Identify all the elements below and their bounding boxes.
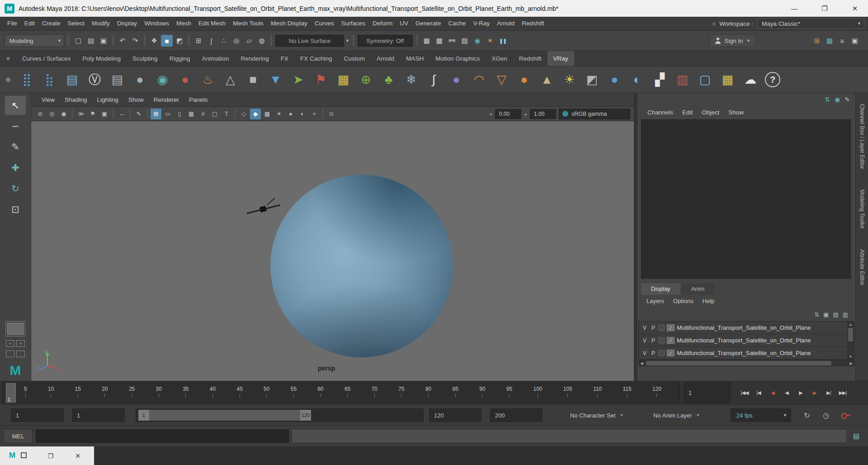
- create-empty-layer-icon[interactable]: ▤: [833, 311, 838, 318]
- gamma-icon[interactable]: ◒: [524, 111, 527, 117]
- shelf-tab[interactable]: Poly Modeling: [76, 51, 127, 66]
- select-by-hierarchy-icon[interactable]: ❖: [148, 35, 160, 47]
- layer-row[interactable]: V P ∕ Multifunctional_Transport_Satellit…: [639, 334, 854, 347]
- pause-icon[interactable]: ❚❚: [497, 35, 509, 47]
- grid-toggle-icon[interactable]: ⊞: [151, 109, 161, 119]
- cone-light-icon[interactable]: ▲: [536, 69, 557, 90]
- menu-item[interactable]: Surfaces: [338, 17, 369, 30]
- auto-keyframe-icon[interactable]: [839, 408, 853, 422]
- color-management-dropdown[interactable]: sRGB gamma: [559, 109, 630, 119]
- render-setup-icon[interactable]: ◉: [472, 35, 483, 47]
- layer-editor-menu-item[interactable]: Help: [698, 295, 719, 308]
- physical-camera-icon[interactable]: ◉: [152, 69, 173, 90]
- layer-color-swatch[interactable]: ∕: [667, 324, 675, 331]
- layer-visibility-toggle[interactable]: V: [642, 350, 648, 356]
- open-scene-icon[interactable]: ▤: [85, 35, 97, 47]
- use-all-lights-icon[interactable]: ☀: [274, 109, 284, 119]
- timeline-tick[interactable]: 5: [24, 386, 27, 403]
- deselect-all-icon[interactable]: ⊘: [35, 109, 46, 119]
- go-to-end-button[interactable]: ▶▶|: [836, 385, 849, 401]
- select-by-object-icon[interactable]: ■: [161, 35, 173, 47]
- timeline-tick[interactable]: 80: [425, 386, 431, 403]
- layer-display-type-toggle[interactable]: [659, 350, 665, 356]
- timeline-tick[interactable]: 25: [129, 386, 135, 403]
- shaded-mode-icon[interactable]: ◆: [250, 109, 261, 119]
- shelf-gear-icon[interactable]: ⚙: [0, 76, 16, 83]
- layer-list-vertical-scrollbar[interactable]: ▲ ▼: [847, 322, 854, 360]
- redo-icon[interactable]: ↷: [129, 35, 141, 47]
- menu-item[interactable]: Mesh Tools: [229, 17, 267, 30]
- snap-to-curve-icon[interactable]: ∫: [205, 35, 217, 47]
- timeline-tick[interactable]: 75: [398, 386, 404, 403]
- step-forward-frame-button[interactable]: ▶|: [822, 385, 835, 401]
- layout-pane-button[interactable]: [16, 351, 25, 357]
- safe-action-icon[interactable]: ▢: [209, 109, 220, 119]
- globe-icon[interactable]: ⊕: [355, 69, 377, 90]
- textured-mode-icon[interactable]: ▩: [262, 109, 273, 119]
- undo-icon[interactable]: ↶: [117, 35, 128, 47]
- timeline-tick[interactable]: 15: [75, 386, 81, 403]
- play-forwards-button[interactable]: ▶: [794, 385, 807, 401]
- shelf-tab[interactable]: Sculpting: [127, 51, 164, 66]
- render-current-frame-icon[interactable]: ▩: [434, 35, 445, 47]
- shelf-overflow-chevrons-icon[interactable]: »: [712, 20, 716, 27]
- playback-end-field[interactable]: 120: [429, 408, 481, 422]
- layer-row[interactable]: V P ∕ Multifunctional_Transport_Satellit…: [639, 347, 854, 360]
- blue-sphere-icon[interactable]: ●: [604, 69, 625, 90]
- scrollbar-thumb[interactable]: [646, 361, 831, 365]
- toggle-tool-settings-ui-icon[interactable]: ▣: [849, 35, 861, 47]
- panel-splitter[interactable]: [634, 93, 637, 381]
- menu-item[interactable]: UV: [396, 17, 412, 30]
- timeline-tick[interactable]: 20: [102, 386, 108, 403]
- ipr-render-icon[interactable]: IPR: [446, 35, 458, 47]
- scrollbar-thumb[interactable]: [848, 328, 853, 342]
- field-chart-icon[interactable]: #: [198, 109, 208, 119]
- layer-name[interactable]: Multifunctional_Transport_Satellite_on_O…: [677, 337, 846, 344]
- material-sphere-icon[interactable]: ●: [129, 69, 151, 90]
- timeline-tick[interactable]: 55: [291, 386, 297, 403]
- purple-sphere-icon[interactable]: ●: [446, 69, 467, 90]
- workspace-dropdown[interactable]: Maya Classic* ▼: [757, 18, 864, 29]
- timeline-ruler[interactable]: 5 10 15 20: [2, 383, 680, 403]
- channel-sort-icon[interactable]: ⇅: [825, 96, 830, 103]
- move-tool-icon[interactable]: ✚: [5, 158, 26, 177]
- close-button[interactable]: ✕: [69, 446, 87, 465]
- menu-item[interactable]: Edit: [21, 17, 38, 30]
- panel-tab[interactable]: Channel Box / Layer Editor: [859, 104, 865, 169]
- rotate-tool-icon[interactable]: ↻: [5, 179, 26, 198]
- shelf-tab[interactable]: Motion Graphics: [429, 51, 486, 66]
- lasso-tool-icon[interactable]: ∽: [5, 117, 26, 136]
- xray-icon[interactable]: ◉: [58, 109, 69, 119]
- scale-tool-icon[interactable]: ⊡: [5, 200, 26, 219]
- scroll-up-icon[interactable]: ▲: [849, 322, 853, 327]
- animation-start-field[interactable]: 1: [11, 408, 64, 422]
- layer-editor-menu-item[interactable]: Layers: [642, 295, 669, 308]
- layer-sort-icon[interactable]: ⇅: [814, 311, 819, 318]
- save-scene-icon[interactable]: ▣: [98, 35, 109, 47]
- menu-item[interactable]: V-Ray: [469, 17, 493, 30]
- viewport-menu-item[interactable]: Panels: [184, 93, 212, 106]
- shelf-menu-icon[interactable]: ≡: [0, 51, 16, 66]
- panel-tab[interactable]: Modeling Toolkit: [859, 190, 865, 228]
- wireframe-mode-icon[interactable]: ◇: [238, 109, 249, 119]
- shelf-tab[interactable]: Curves / Surfaces: [16, 51, 76, 66]
- timeline-tick[interactable]: 40: [210, 386, 216, 403]
- layer-sync-icon[interactable]: ▣: [823, 311, 829, 318]
- fps-dropdown[interactable]: 24 fps ▼: [731, 408, 791, 422]
- vray-point-cloud-icon[interactable]: ⣿: [16, 69, 38, 90]
- range-end-handle[interactable]: 120: [300, 410, 311, 421]
- menu-item[interactable]: Select: [64, 17, 89, 30]
- pan-zoom-icon[interactable]: ↔: [116, 109, 127, 119]
- range-slider-thumb[interactable]: 1 120: [138, 410, 311, 421]
- image-plane-icon[interactable]: ▣: [99, 109, 110, 119]
- checkerboard-texture-icon[interactable]: ▞: [649, 69, 670, 90]
- layer-playback-toggle[interactable]: P: [650, 350, 656, 356]
- render-screen-icon[interactable]: ▥: [672, 69, 693, 90]
- menu-item[interactable]: Arnold: [493, 17, 518, 30]
- range-slider-track[interactable]: 1 120: [136, 408, 424, 422]
- layout-pane-button[interactable]: [6, 351, 14, 357]
- step-back-frame-button[interactable]: |◀: [752, 385, 765, 401]
- menu-item[interactable]: Curves: [311, 17, 338, 30]
- ramp-texture-icon[interactable]: ◩: [581, 69, 603, 90]
- maya-taskbar-icon[interactable]: M: [7, 451, 17, 460]
